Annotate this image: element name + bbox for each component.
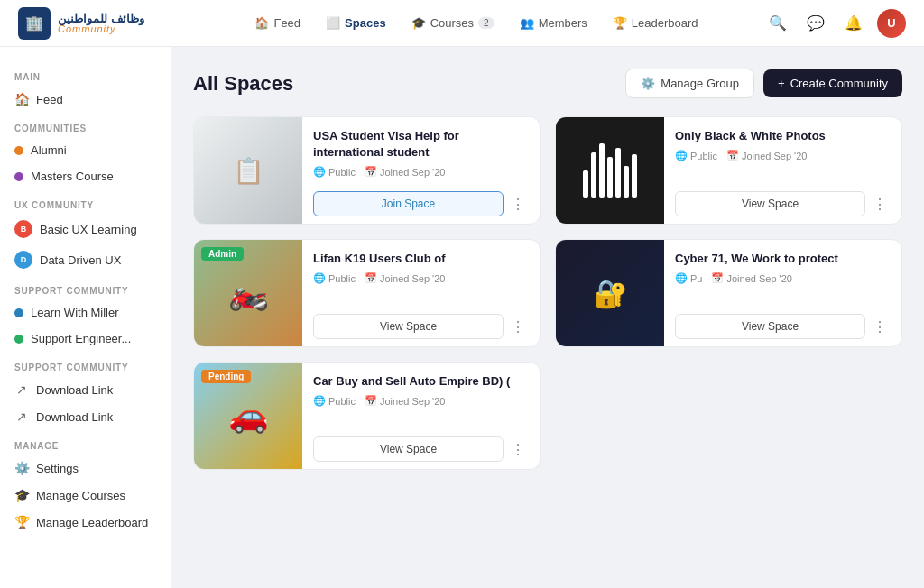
bw-image-placeholder <box>556 117 664 224</box>
leaderboard-icon: 🏆 <box>613 16 627 30</box>
calendar-icon: 📅 <box>365 166 377 178</box>
sidebar-section-communities: COMMUNITIES Alumni Masters Course <box>0 113 171 189</box>
link-icon-1: ↗ <box>14 382 29 397</box>
search-button[interactable]: 🔍 <box>763 9 792 38</box>
courses-icon: 🎓 <box>411 16 426 30</box>
bw-visibility: 🌐 Public <box>675 150 717 161</box>
spaces-icon: ⬜ <box>326 16 340 30</box>
sidebar-section-support-2: SUPPORT COMMUNITY ↗ Download Link ↗ Down… <box>0 352 171 430</box>
car-joined: 📅 Joined Sep '20 <box>365 395 445 407</box>
lifan-visibility: 🌐 Public <box>313 272 356 284</box>
chat-button[interactable]: 💬 <box>801 9 830 38</box>
more-options-car[interactable]: ⋮ <box>507 438 529 460</box>
alumni-dot <box>14 146 23 155</box>
view-space-button-cyber[interactable]: View Space <box>675 314 865 339</box>
logo-community: Community <box>58 24 144 34</box>
globe-icon: 🌐 <box>313 166 326 178</box>
space-meta-cyber: 🌐 Pu 📅 Joined Sep '20 <box>675 272 891 284</box>
sidebar-section-ux-community: UX COMMUNITY B Basic UX Learning D Data … <box>0 189 171 275</box>
sidebar-item-download-2[interactable]: ↗ Download Link <box>0 403 171 430</box>
masters-dot <box>14 172 23 181</box>
notifications-button[interactable]: 🔔 <box>839 9 868 38</box>
space-meta-visa: 🌐 Public 📅 Joined Sep '20 <box>313 166 529 178</box>
sidebar-item-learn-miller[interactable]: Learn With Miller <box>0 299 171 326</box>
space-info-lifan: Lifan K19 Users Club of 🌐 Public 📅 Joine… <box>302 240 540 346</box>
space-card-lifan: Admin Lifan K19 Users Club of 🌐 Public 📅 <box>193 239 541 347</box>
space-actions-visa: Join Space ⋮ <box>313 191 529 216</box>
stripe-3 <box>599 143 605 198</box>
stripe-5 <box>615 148 621 198</box>
cyber-image-placeholder <box>556 240 664 346</box>
sidebar-item-alumni[interactable]: Alumni <box>0 137 171 163</box>
sidebar-item-support-eng[interactable]: Support Engineer... <box>0 326 171 352</box>
page-title: All Spaces <box>193 72 293 96</box>
section-label-communities: COMMUNITIES <box>0 113 171 137</box>
nav-spaces[interactable]: ⬜ Spaces <box>315 11 397 35</box>
cyber-visibility: 🌐 Pu <box>675 272 702 284</box>
section-label-support-2: SUPPORT COMMUNITY <box>0 352 171 376</box>
space-image-cyber <box>556 240 664 346</box>
sidebar-item-feed[interactable]: 🏠 Feed <box>0 86 171 113</box>
nav-actions: 🔍 💬 🔔 U <box>763 9 906 38</box>
nav-feed[interactable]: 🏠 Feed <box>244 11 311 35</box>
nav-links: 🏠 Feed ⬜ Spaces 🎓 Courses 2 👥 Members 🏆 … <box>189 11 763 35</box>
more-options-lifan[interactable]: ⋮ <box>507 316 529 337</box>
sidebar-section-manage: MANAGE ⚙️ Settings 🎓 Manage Courses 🏆 Ma… <box>0 430 171 536</box>
logo[interactable]: 🏢 وظائف للمواطنين Community <box>18 7 189 40</box>
main-content: All Spaces ⚙️ Manage Group + Create Comm… <box>171 47 924 588</box>
sidebar-item-basic-ux[interactable]: B Basic UX Learning <box>0 214 171 244</box>
space-meta-bw: 🌐 Public 📅 Joined Sep '20 <box>675 150 891 161</box>
visa-image-placeholder <box>194 117 302 224</box>
lifan-joined: 📅 Joined Sep '20 <box>365 272 445 284</box>
visa-visibility: 🌐 Public <box>313 166 356 178</box>
globe-icon-lifan: 🌐 <box>313 272 326 284</box>
nav-courses[interactable]: 🎓 Courses 2 <box>401 11 505 35</box>
space-image-visa <box>194 117 302 224</box>
sidebar-item-download-1[interactable]: ↗ Download Link <box>0 376 171 403</box>
main-layout: MAIN 🏠 Feed COMMUNITIES Alumni Masters C… <box>0 47 924 588</box>
top-navigation: 🏢 وظائف للمواطنين Community 🏠 Feed ⬜ Spa… <box>0 0 924 47</box>
settings-icon: ⚙️ <box>14 461 29 475</box>
more-options-cyber[interactable]: ⋮ <box>869 316 891 337</box>
page-header: All Spaces ⚙️ Manage Group + Create Comm… <box>193 69 902 98</box>
manage-group-button[interactable]: ⚙️ Manage Group <box>625 69 754 98</box>
calendar-icon-lifan: 📅 <box>365 272 377 284</box>
space-card-cyber: Cyber 71, We Work to protect 🌐 Pu 📅 Join… <box>555 239 902 347</box>
view-space-button-lifan[interactable]: View Space <box>313 314 504 339</box>
feed-icon: 🏠 <box>254 16 269 30</box>
pending-badge: Pending <box>201 370 251 383</box>
calendar-icon-car: 📅 <box>365 395 377 407</box>
sidebar-item-manage-leaderboard[interactable]: 🏆 Manage Leaderboard <box>0 509 171 536</box>
user-avatar[interactable]: U <box>877 9 906 38</box>
space-name-lifan: Lifan K19 Users Club of <box>313 251 529 267</box>
space-info-car: Car Buy and Sell Auto Empire BD) ( 🌐 Pub… <box>302 363 540 469</box>
sidebar-item-settings[interactable]: ⚙️ Settings <box>0 455 171 482</box>
logo-text: وظائف للمواطنين Community <box>58 13 144 34</box>
space-meta-lifan: 🌐 Public 📅 Joined Sep '20 <box>313 272 529 284</box>
spaces-grid: USA Student Visa Help for international … <box>193 116 902 470</box>
space-name-car: Car Buy and Sell Auto Empire BD) ( <box>313 373 529 390</box>
space-image-lifan: Admin <box>194 240 302 346</box>
space-card-car: Pending Car Buy and Sell Auto Empire BD)… <box>193 362 541 470</box>
sidebar-item-manage-courses[interactable]: 🎓 Manage Courses <box>0 482 171 509</box>
view-space-button-car[interactable]: View Space <box>313 436 504 462</box>
space-info-visa: USA Student Visa Help for international … <box>302 117 540 224</box>
basic-ux-avatar: B <box>14 220 32 238</box>
nav-members[interactable]: 👥 Members <box>509 11 598 35</box>
view-space-button-bw[interactable]: View Space <box>675 191 865 216</box>
sidebar-item-data-driven[interactable]: D Data Driven UX <box>0 244 171 275</box>
join-space-button-visa[interactable]: Join Space <box>313 191 504 216</box>
nav-leaderboard[interactable]: 🏆 Leaderboard <box>602 11 709 35</box>
more-options-bw[interactable]: ⋮ <box>869 193 891 215</box>
create-community-button[interactable]: + Create Community <box>763 69 902 97</box>
courses-badge: 2 <box>478 17 494 29</box>
logo-arabic: وظائف للمواطنين <box>58 13 144 24</box>
space-actions-car: View Space ⋮ <box>313 436 529 462</box>
space-name-visa: USA Student Visa Help for international … <box>313 128 529 161</box>
section-label-manage: MANAGE <box>0 430 171 455</box>
globe-icon-bw: 🌐 <box>675 150 688 161</box>
section-label-ux: UX COMMUNITY <box>0 189 171 214</box>
more-options-visa[interactable]: ⋮ <box>507 193 529 215</box>
bw-joined: 📅 Joined Sep '20 <box>726 150 807 161</box>
sidebar-item-masters-course[interactable]: Masters Course <box>0 163 171 189</box>
